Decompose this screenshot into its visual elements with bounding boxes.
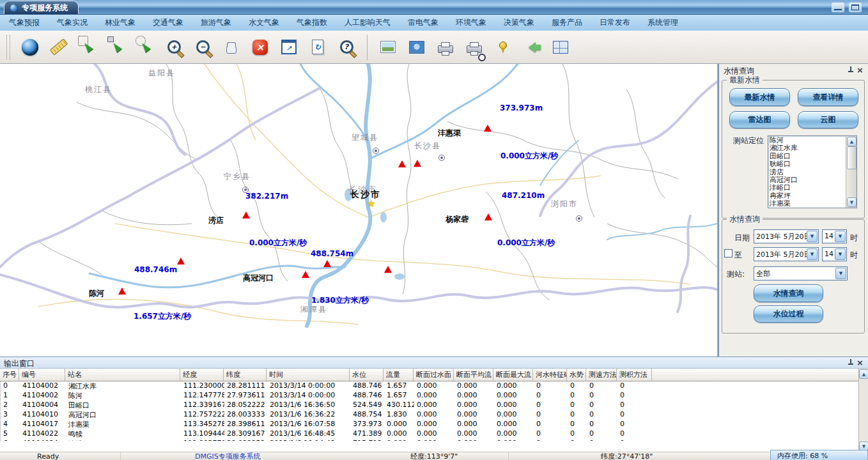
identify-button[interactable]: ? [335,34,358,60]
menu-tourism[interactable]: 旅游气象 [201,17,231,28]
pan-button[interactable] [220,34,243,60]
col-header[interactable]: 编号 [19,369,65,381]
dropdown-icon[interactable]: ▼ [807,249,818,260]
listbox-scrollbar[interactable]: ▲ ▼ [846,136,856,208]
table-row[interactable]: 041104002湘江水库111.23000028.2811112013/3/1… [1,381,860,390]
locate-pin-button[interactable] [492,34,515,60]
toolbar-grip[interactable] [6,35,10,59]
station-listbox[interactable]: 陈河 湘江水库 田峪口 耿峪口 涝店 高冠河口 沣峪口 冉家坪 沣惠渠 ▲ ▼ [768,135,857,208]
table-row[interactable]: 141104002陈河112.14777827.9736112013/3/14 … [1,390,860,400]
table-row-partial[interactable]: 641104024沣峪口112.99377828.0222522013/1/6 … [1,438,860,441]
menu-weather-index[interactable]: 气象指数 [297,17,327,28]
close-icon[interactable]: × [856,66,864,74]
menu-traffic[interactable]: 交通气象 [153,17,183,28]
col-header[interactable]: 站名 [65,369,180,381]
cloud-image-button[interactable]: 云图 [798,111,858,128]
col-header[interactable]: 序号 [0,369,19,381]
col-header[interactable]: 测速方法 [586,369,617,381]
stop-button[interactable]: × [249,34,272,60]
col-header[interactable]: 断面平均流 [454,369,493,381]
table-scrollbar[interactable]: ▲ ▼ [858,369,868,452]
station-marker-icon[interactable] [398,160,406,167]
table-row[interactable]: 441104017沣惠渠113.34527828.3986112013/1/6 … [1,419,860,429]
close-icon[interactable]: × [856,359,864,367]
dropdown-icon[interactable]: ▼ [807,231,818,242]
station-marker-icon[interactable] [323,260,331,267]
col-header[interactable]: 时间 [267,369,350,381]
station-marker-icon[interactable] [414,160,421,167]
dropdown-icon[interactable]: ▼ [835,231,846,242]
col-header[interactable]: 河水特征码 [533,369,567,381]
col-header[interactable]: 断面过水面 [414,369,454,381]
date-to-picker[interactable]: 2013年 5月20日 ▼ [754,247,819,261]
station-list-item[interactable]: 耿峪口 [770,160,855,168]
table-row[interactable]: 241104004田峪口112.33916728.0522222013/1/6 … [1,400,860,410]
clear-selection-button[interactable] [134,34,157,60]
menu-forestry[interactable]: 林业气象 [105,17,136,28]
print-preview-button[interactable] [463,34,486,60]
scroll-up-icon[interactable]: ▲ [847,137,856,146]
water-query-button[interactable]: 水情查询 [754,284,823,302]
refresh-button[interactable]: ↻ [306,34,329,60]
world-view-button[interactable] [405,34,428,60]
measure-button[interactable] [47,34,70,60]
menu-weather-live[interactable]: 气象实况 [57,17,88,28]
menu-products[interactable]: 服务产品 [552,17,582,28]
station-marker-icon[interactable] [302,271,309,278]
station-marker-icon[interactable] [384,266,392,273]
menu-decision[interactable]: 决策气象 [504,17,534,28]
full-extent-button[interactable] [19,34,42,60]
station-select[interactable]: 全部 ▼ [754,266,848,280]
table-row[interactable]: 341104010高冠河口112.75722228.0033332013/1/6… [1,410,860,419]
back-button[interactable] [520,34,543,60]
menu-daily-release[interactable]: 日常发布 [600,17,630,28]
station-list-item[interactable]: 沣惠渠 [770,200,855,208]
print-button[interactable] [434,34,457,60]
station-list-item[interactable]: 沣峪口 [770,184,855,192]
scrollbar-thumb[interactable] [847,146,856,169]
minimize-button[interactable] [832,3,844,12]
overview-grid-button[interactable] [549,34,572,60]
zoom-in-button[interactable]: + [162,34,185,60]
station-list-item[interactable]: 湘江水库 [770,144,855,152]
to-date-checkbox[interactable] [724,249,732,257]
dropdown-icon[interactable]: ▼ [835,249,846,260]
latest-water-button[interactable]: 最新水情 [729,88,790,106]
station-marker-icon[interactable] [118,288,126,295]
menu-system[interactable]: 系统管理 [647,17,678,28]
menu-weather-forecast[interactable]: 气象预报 [9,17,40,28]
scroll-down-icon[interactable]: ▼ [847,197,856,207]
scroll-up-icon[interactable]: ▲ [859,369,868,379]
station-marker-icon[interactable] [484,125,492,132]
dropdown-icon[interactable]: ▼ [835,268,846,279]
maximize-button[interactable] [849,3,862,12]
station-marker-icon[interactable] [484,213,492,220]
zoom-window-button[interactable]: ↗ [277,34,300,60]
station-marker-icon[interactable] [242,211,250,218]
map-canvas[interactable]: 益阳县 桃江县 望城县 长沙县 宁乡县 浏阳市 湘潭县 长沙市 长沙市 ★ 涝店… [0,64,717,356]
col-header[interactable]: 测积方法 [617,369,652,381]
select-area-button[interactable] [76,34,99,60]
zoom-out-button[interactable]: − [191,34,214,60]
pin-icon[interactable] [847,358,854,367]
menu-artificial-weather[interactable]: 人工影响天气 [345,17,391,28]
col-header[interactable]: 纬度 [224,369,267,381]
water-level-process-button[interactable]: 水位过程 [754,305,823,323]
view-detail-button[interactable]: 查看详情 [798,88,858,106]
table-row[interactable]: 541104022鸣犊113.10944428.3091672013/1/6 1… [1,429,860,438]
date-from-picker[interactable]: 2013年 5月20日 ▼ [754,229,819,243]
hour-to-picker[interactable]: 14 ▼ [822,247,847,261]
menu-lightning[interactable]: 雷电气象 [408,17,438,28]
col-header[interactable]: 断面最大流 [493,369,533,381]
col-header[interactable]: 水势 [567,369,586,381]
hour-from-picker[interactable]: 14 ▼ [822,229,847,243]
col-header[interactable]: 经度 [180,369,224,381]
pin-icon[interactable] [847,66,854,74]
col-header[interactable]: 水位 [350,369,384,381]
export-image-button[interactable] [376,34,399,60]
menu-hydrology[interactable]: 水文气象 [249,17,279,28]
station-marker-icon[interactable] [177,257,185,264]
col-header[interactable]: 流量 [384,369,414,381]
radar-chart-button[interactable]: 雷达图 [729,111,790,128]
select-button[interactable] [105,34,128,60]
